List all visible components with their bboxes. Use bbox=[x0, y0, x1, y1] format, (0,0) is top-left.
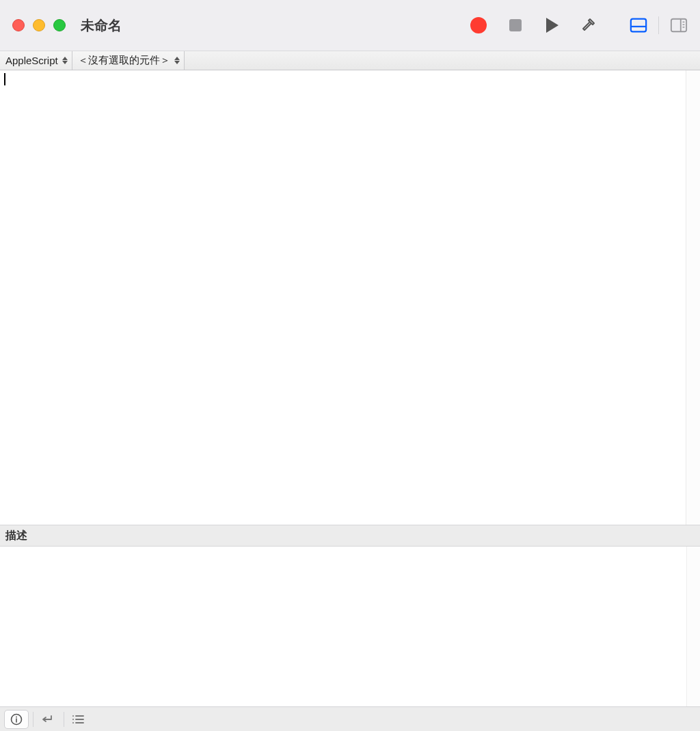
result-pane-button[interactable] bbox=[35, 710, 59, 729]
stop-icon bbox=[509, 19, 522, 31]
status-separator bbox=[33, 712, 33, 727]
editor-scrollbar[interactable] bbox=[686, 70, 700, 525]
updown-icon bbox=[62, 57, 68, 64]
record-button[interactable] bbox=[470, 16, 487, 34]
svg-point-5 bbox=[72, 719, 74, 720]
element-selector[interactable]: ＜沒有選取的元件＞ bbox=[72, 51, 185, 70]
language-label: AppleScript bbox=[5, 55, 58, 66]
description-text[interactable] bbox=[0, 547, 686, 706]
log-list-button[interactable] bbox=[66, 710, 90, 729]
svg-point-3 bbox=[16, 716, 17, 717]
window-controls bbox=[12, 19, 66, 31]
status-bar bbox=[0, 706, 700, 731]
compile-button[interactable] bbox=[580, 16, 598, 34]
window-title: 未命名 bbox=[81, 16, 122, 35]
view-controls bbox=[630, 16, 688, 34]
status-separator bbox=[64, 712, 64, 727]
toolbar bbox=[470, 16, 688, 34]
record-icon bbox=[470, 17, 487, 33]
toggle-sidebar-button[interactable] bbox=[670, 16, 688, 34]
show-log-button[interactable] bbox=[630, 16, 647, 34]
tray-icon bbox=[630, 17, 647, 33]
script-editor[interactable] bbox=[0, 70, 686, 525]
minimize-window-button[interactable] bbox=[33, 19, 45, 31]
script-editor-window: 未命名 bbox=[0, 0, 700, 731]
text-cursor bbox=[4, 73, 5, 85]
svg-point-4 bbox=[72, 715, 74, 717]
sidebar-icon bbox=[670, 17, 688, 33]
close-window-button[interactable] bbox=[12, 19, 25, 31]
info-icon bbox=[10, 713, 23, 726]
svg-point-6 bbox=[72, 722, 74, 723]
return-icon bbox=[40, 714, 54, 725]
navigation-bar: AppleScript ＜沒有選取的元件＞ bbox=[0, 51, 700, 70]
svg-rect-0 bbox=[631, 19, 646, 32]
list-icon bbox=[71, 714, 85, 725]
hammer-icon bbox=[580, 16, 598, 34]
titlebar: 未命名 bbox=[0, 0, 700, 51]
stop-button[interactable] bbox=[507, 16, 524, 34]
element-label: ＜沒有選取的元件＞ bbox=[78, 54, 170, 67]
description-header: 描述 bbox=[0, 525, 700, 547]
toolbar-separator bbox=[658, 16, 659, 34]
updown-icon bbox=[174, 57, 180, 64]
zoom-window-button[interactable] bbox=[53, 19, 66, 31]
language-selector[interactable]: AppleScript bbox=[0, 51, 72, 70]
bundle-info-button[interactable] bbox=[4, 710, 29, 729]
play-icon bbox=[546, 18, 558, 33]
description-title: 描述 bbox=[5, 529, 27, 543]
description-pane bbox=[0, 547, 700, 706]
description-scrollbar[interactable] bbox=[686, 547, 700, 706]
editor-pane bbox=[0, 70, 700, 525]
svg-rect-1 bbox=[671, 19, 686, 32]
run-button[interactable] bbox=[543, 16, 561, 34]
